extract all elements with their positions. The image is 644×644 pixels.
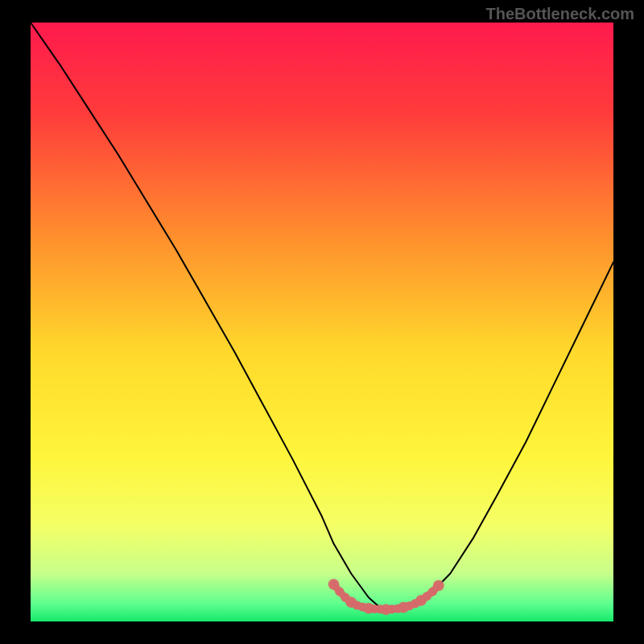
- chart-svg: [0, 0, 644, 644]
- bottleneck-chart: [0, 0, 644, 644]
- plot-background: [31, 23, 613, 621]
- svg-line-36: [433, 585, 439, 591]
- watermark-text: TheBottleneck.com: [486, 5, 634, 23]
